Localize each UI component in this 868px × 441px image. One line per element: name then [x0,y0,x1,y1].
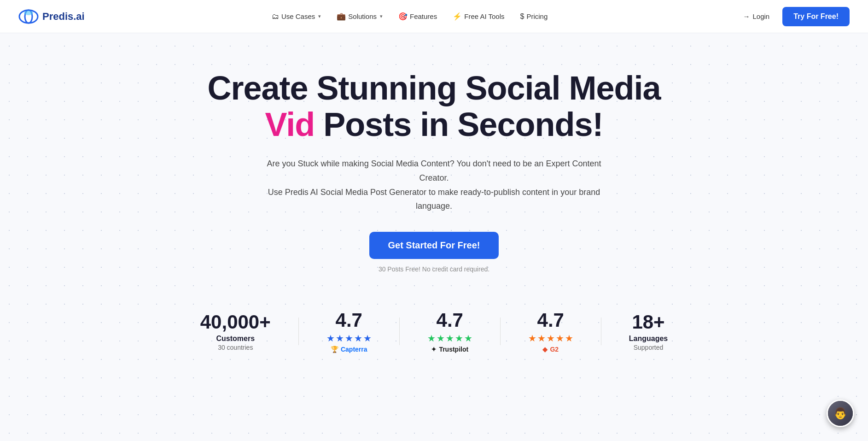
nav-use-cases[interactable]: 🗂 Use Cases ▾ [265,9,327,24]
star-4: ★ [354,333,362,344]
stat-customers-sublabel: 30 countries [200,344,271,351]
capterra-logo: 🏆 Capterra [326,346,372,353]
stat-customers-label: Customers [200,335,271,343]
nav-solutions[interactable]: 💼 Solutions ▾ [330,8,389,24]
tp-star-1: ★ [427,333,436,344]
stat-languages-sublabel: Supported [629,344,668,351]
stat-divider-3 [500,318,501,345]
hero-subtitle: Are you Stuck while making Social Media … [255,157,614,213]
g2-stars: ★ ★ ★ ★ ★ [528,333,573,344]
stat-divider-2 [399,318,400,345]
nav-features[interactable]: 🎯 Features [392,8,443,24]
g2-star-3: ★ [547,333,555,344]
g2-logo: ◆ G2 [528,346,573,353]
nav-right: → Login Try For Free! [734,7,850,26]
star-3: ★ [345,333,353,344]
stat-trustpilot-rating: 4.7 [427,310,472,331]
nav-free-ai-tools[interactable]: ⚡ Free AI Tools [446,8,511,24]
stat-capterra: 4.7 ★ ★ ★ ★ ★ 🏆 Capterra [326,310,372,353]
stat-customers-number: 40,000+ [200,312,271,333]
stat-divider-1 [298,318,299,345]
trustpilot-logo: ✦ Trustpilot [427,346,472,353]
star-1: ★ [326,333,335,344]
try-free-button[interactable]: Try For Free! [782,7,850,26]
tp-star-5: ★ [464,333,472,344]
chevron-down-icon: ▾ [318,13,321,19]
login-button[interactable]: → Login [734,8,778,25]
nav-pricing[interactable]: $ Pricing [514,9,554,24]
cta-subtext: 30 Posts Free! No credit card required. [176,265,692,273]
lightning-icon: ⚡ [453,12,462,21]
nav-menu: 🗂 Use Cases ▾ 💼 Solutions ▾ 🎯 Features ⚡… [265,8,554,24]
capterra-stars: ★ ★ ★ ★ ★ [326,333,372,344]
tp-star-2: ★ [437,333,445,344]
logo-icon [18,6,39,27]
logo-text: Predis.ai [42,11,85,23]
stat-g2-rating: 4.7 [528,310,573,331]
stat-g2: 4.7 ★ ★ ★ ★ ★ ◆ G2 [528,310,573,353]
logo-link[interactable]: Predis.ai [18,6,85,27]
trustpilot-icon: ✦ [431,346,437,353]
tp-star-3: ★ [446,333,454,344]
g2-star-4: ★ [556,333,564,344]
avatar-image: 👨 [828,401,853,426]
stat-languages: 18+ Languages Supported [629,312,668,351]
solutions-icon: 💼 [337,12,346,21]
svg-point-2 [24,11,33,15]
dollar-icon: $ [520,12,524,21]
tp-star-4: ★ [455,333,463,344]
stat-languages-number: 18+ [629,312,668,333]
avatar[interactable]: 👨 [827,400,854,427]
stat-capterra-rating: 4.7 [326,310,372,331]
stat-divider-4 [601,318,601,345]
g2-star-2: ★ [537,333,546,344]
g2-star-5: ★ [565,333,573,344]
features-icon: 🎯 [398,12,408,21]
login-icon: → [743,12,750,20]
capterra-icon: 🏆 [331,346,338,353]
star-2: ★ [336,333,344,344]
g2-icon: ◆ [542,346,548,353]
chevron-down-icon-2: ▾ [380,13,383,19]
trustpilot-stars: ★ ★ ★ ★ ★ [427,333,472,344]
hero-title-highlight: Vid [265,106,315,143]
stat-languages-label: Languages [629,335,668,343]
stats-row: 40,000+ Customers 30 countries 4.7 ★ ★ ★… [176,300,692,362]
g2-star-1: ★ [528,333,536,344]
star-5: ★ [363,333,372,344]
hero-section: Create Stunning Social Media Vid Posts i… [158,33,711,381]
use-cases-icon: 🗂 [272,12,279,21]
navbar: Predis.ai 🗂 Use Cases ▾ 💼 Solutions ▾ 🎯 … [0,0,868,33]
stat-customers: 40,000+ Customers 30 countries [200,312,271,351]
get-started-button[interactable]: Get Started For Free! [369,232,498,259]
stat-trustpilot: 4.7 ★ ★ ★ ★ ★ ✦ Trustpilot [427,310,472,353]
hero-title: Create Stunning Social Media Vid Posts i… [176,70,692,143]
